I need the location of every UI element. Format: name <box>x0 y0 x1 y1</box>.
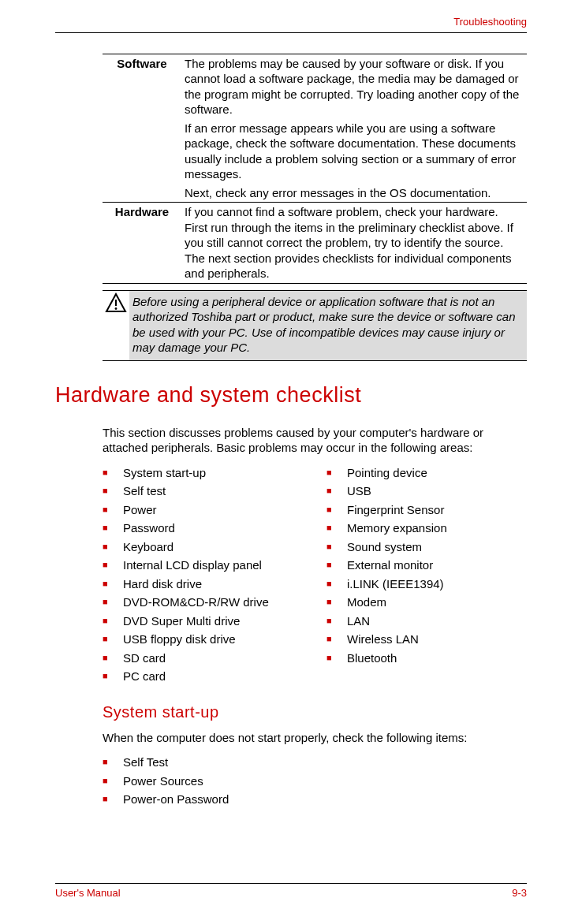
list-item: USB floppy disk drive <box>103 632 303 647</box>
list-item: Password <box>103 520 303 536</box>
section-title: Hardware and system checklist <box>55 382 527 409</box>
checklist-col2: Pointing device USB Fingerprint Sensor M… <box>326 465 527 687</box>
checklist-col1: System start-up Self test Power Password… <box>103 465 303 687</box>
definition-paragraph: The problems may be caused by your softw… <box>185 56 524 117</box>
list-item: External monitor <box>326 557 527 573</box>
caution-icon <box>103 291 129 360</box>
header-rule <box>55 32 527 33</box>
definition-paragraph: If you cannot find a software problem, c… <box>185 204 524 281</box>
list-item: Self Test <box>103 754 527 770</box>
list-item: USB <box>326 483 527 499</box>
caution-callout: Before using a peripheral device or appl… <box>103 290 527 361</box>
list-item: DVD-ROM&CD-R/RW drive <box>103 594 303 610</box>
subsection-list: Self Test Power Sources Power-on Passwor… <box>103 754 527 807</box>
list-item: Pointing device <box>326 465 527 481</box>
list-item: Keyboard <box>103 539 303 555</box>
subsection-title: System start-up <box>103 702 527 722</box>
svg-point-2 <box>115 307 118 310</box>
section-intro: This section discusses problems caused b… <box>103 425 527 456</box>
list-item: PC card <box>103 669 303 684</box>
checklist-columns: System start-up Self test Power Password… <box>103 465 527 687</box>
list-item: Power <box>103 502 303 518</box>
list-item: Wireless LAN <box>326 632 527 647</box>
footer-left: User's Manual <box>55 887 121 900</box>
page-footer: User's Manual 9-3 <box>55 883 527 900</box>
term-cell: Software <box>103 54 181 203</box>
list-item: Modem <box>326 594 527 610</box>
definition-table: Software The problems may be caused by y… <box>103 54 527 284</box>
list-item: LAN <box>326 613 527 629</box>
list-item: i.LINK (IEEE1394) <box>326 576 527 592</box>
definition-paragraph: Next, check any error messages in the OS… <box>185 185 524 201</box>
list-item: Power Sources <box>103 773 527 789</box>
page-header: Troubleshooting <box>55 16 527 38</box>
list-item: SD card <box>103 650 303 666</box>
list-item: Power-on Password <box>103 792 527 807</box>
list-item: DVD Super Multi drive <box>103 613 303 629</box>
list-item: Bluetooth <box>326 650 527 666</box>
term-cell: Hardware <box>103 203 181 284</box>
content-area: Software The problems may be caused by y… <box>55 54 527 807</box>
list-item: Internal LCD display panel <box>103 557 303 573</box>
list-item: System start-up <box>103 465 303 481</box>
definition-cell: The problems may be caused by your softw… <box>181 54 527 203</box>
list-item: Self test <box>103 483 303 499</box>
subsection-intro: When the computer does not start properl… <box>103 730 527 746</box>
table-row: Software The problems may be caused by y… <box>103 54 527 203</box>
definition-cell: If you cannot find a software problem, c… <box>181 203 527 284</box>
list-item: Fingerprint Sensor <box>326 502 527 518</box>
definition-paragraph: If an error message appears while you ar… <box>185 121 524 182</box>
footer-right: 9-3 <box>512 887 527 900</box>
caution-text: Before using a peripheral device or appl… <box>129 291 527 360</box>
header-section-label: Troubleshooting <box>453 16 527 28</box>
list-item: Hard disk drive <box>103 576 303 592</box>
list-item: Memory expansion <box>326 520 527 536</box>
list-item: Sound system <box>326 539 527 555</box>
table-row: Hardware If you cannot find a software p… <box>103 203 527 284</box>
